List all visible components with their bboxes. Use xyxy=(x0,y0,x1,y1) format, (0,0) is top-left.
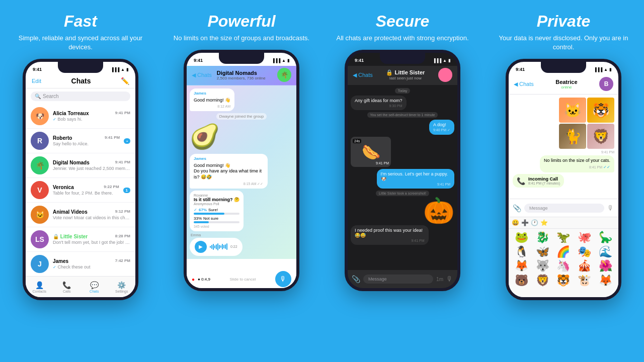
message-time: 9:40 PM ✓ xyxy=(433,128,450,132)
sticker-item[interactable]: 🐻 xyxy=(512,274,532,287)
list-item[interactable]: LS 🔒 Little Sister 8:28 PM Don't tell mo… xyxy=(26,227,135,252)
sticker-tab-star[interactable]: ⭐ xyxy=(540,219,548,226)
sticker-tab-recent[interactable]: 🕐 xyxy=(531,219,538,226)
list-item[interactable]: V Veronica 9:22 PM Table for four, 2 PM.… xyxy=(26,178,135,203)
tab-settings[interactable]: ⚙️ Settings xyxy=(108,281,136,293)
wave-bar xyxy=(210,246,211,248)
sticker-tabs: 😀 ➕ 🕐 ⭐ xyxy=(509,217,618,229)
mic-button[interactable]: 🎙 xyxy=(275,271,291,287)
status-time: 9:41 xyxy=(33,67,42,72)
dark-chat-background: Today Any gift ideas for mom? 9:30 PM Yo… xyxy=(348,85,457,248)
poll-bubble: Roxanne Is it still morning? 🤔 Anonymous… xyxy=(190,191,244,231)
status-icons: ▐▐▐ ▲ ▮ xyxy=(433,58,450,63)
day-label: Today xyxy=(395,88,411,94)
secure-chat-header: ◀ Chats 🔒 Little Sister last seen just n… xyxy=(348,66,457,85)
sticker-item[interactable]: 🦄 xyxy=(553,259,574,273)
chat-background: James Good morning! 👋 8:12 AM Dwayne joi… xyxy=(187,85,296,259)
list-item[interactable]: R Roberto 9:41 PM Say hello to Alice. • xyxy=(26,129,135,153)
call-bubble: 📞 Incoming Call 8:41 PM (7 minutes) xyxy=(513,174,564,188)
list-item[interactable]: 🐱 Animal Videos 9:12 PM Vote now! Moar c… xyxy=(26,203,135,227)
audio-message-container: Emma ▶ xyxy=(190,233,293,256)
tab-calls[interactable]: 📞 Calls xyxy=(53,281,81,293)
sticker-item[interactable]: 🐙 xyxy=(575,231,595,244)
battery-icon: ▮ xyxy=(126,67,128,72)
system-message: You set the self-destruct timer to 1 min… xyxy=(367,112,438,118)
unread-badge: • xyxy=(124,138,130,144)
sticker-item[interactable]: 🌊 xyxy=(595,245,615,258)
photo-cell xyxy=(559,124,586,149)
chat-header: ◀ Chats Beatrice online B xyxy=(509,75,618,95)
chat-preview: ✓ Check these out xyxy=(53,264,130,269)
poll-label: Not sure xyxy=(203,216,218,221)
message-bubble: A dog! 9:40 PM ✓ xyxy=(429,120,454,135)
edit-button[interactable]: Edit xyxy=(32,78,41,84)
tab-contacts[interactable]: 👤 Contacts xyxy=(26,281,53,293)
sticker-item[interactable]: 🐯 xyxy=(553,274,574,287)
wave-bar xyxy=(226,243,227,250)
attachment-icon[interactable]: 📎 xyxy=(513,204,521,212)
sticker-item[interactable]: 🐺 xyxy=(533,259,553,273)
photo-cell xyxy=(559,98,586,123)
message-input[interactable]: Message xyxy=(363,275,433,284)
contact-avatar xyxy=(438,68,452,82)
message-bubble: I'm serious. Let's get her a puppy. 🐶 9:… xyxy=(377,169,455,189)
sticker-item[interactable]: 🎪 xyxy=(575,259,595,273)
system-message: Little Sister took a screenshot! xyxy=(376,191,429,196)
message-placeholder: Message xyxy=(529,206,548,211)
sticker-item[interactable]: 🐉 xyxy=(533,231,553,244)
call-label: Incoming Call xyxy=(528,176,560,182)
waveform xyxy=(210,243,227,251)
wifi-icon: ▲ xyxy=(443,58,447,63)
sticker-item[interactable]: 🐮 xyxy=(575,274,595,287)
call-info: Incoming Call 8:41 PM (7 minutes) xyxy=(528,176,560,185)
chat-name-text: James xyxy=(53,258,68,264)
sticker-tab-plus[interactable]: ➕ xyxy=(521,219,529,226)
compose-icon[interactable]: ✏️ xyxy=(121,77,129,85)
sticker-item[interactable]: 🦁 xyxy=(533,274,553,287)
status-icons: ▐▐▐ ▲ ▮ xyxy=(594,67,611,72)
back-button[interactable]: ◀ Chats xyxy=(353,72,373,78)
chat-info: Alicia Torreaux 9:41 PM ✓ Bob says hi. xyxy=(53,111,130,122)
message-bubble: No limits on the size of your cats. 8:41… xyxy=(540,155,614,172)
wave-bar xyxy=(223,245,224,248)
sticker-item[interactable]: 🦊 xyxy=(595,274,615,287)
sticker-tab-emoji[interactable]: 😀 xyxy=(512,219,519,226)
sticker-item[interactable]: 🐸 xyxy=(512,231,532,244)
list-item[interactable]: 🐶 Alicia Torreaux 9:41 PM ✓ Bob says hi. xyxy=(26,104,135,129)
search-bar[interactable]: 🔍 Search xyxy=(31,92,130,101)
back-button[interactable]: ◀ Chats xyxy=(514,81,534,87)
chat-time: 9:41 PM xyxy=(115,160,130,165)
mic-icon[interactable]: 🎙 xyxy=(607,204,614,212)
avatar: R xyxy=(31,132,49,150)
message-time: 8:12 AM xyxy=(194,104,230,109)
photo-cell xyxy=(587,124,614,149)
sticker-item[interactable]: 🦊 xyxy=(512,259,532,273)
sticker-item[interactable]: 🎭 xyxy=(575,245,595,258)
chat-area: 9:41 PM No limits on the size of your ca… xyxy=(509,95,618,191)
message-input-area: 📎 Message 🎙 xyxy=(509,199,618,217)
back-button[interactable]: ◀ Chats xyxy=(192,72,212,78)
list-item[interactable]: 🌴 Digital Nomads 9:41 PM Jennie: We just… xyxy=(26,153,135,178)
sticker-item[interactable]: 🦋 xyxy=(533,245,553,258)
message-bubble: James Good morning! 👋Do you have any ide… xyxy=(190,154,268,189)
message-input[interactable]: Message xyxy=(524,204,604,213)
chat-time: 9:41 PM xyxy=(105,135,120,141)
settings-icon: ⚙️ xyxy=(117,281,126,289)
sticker-item[interactable]: 🦕 xyxy=(595,231,615,244)
message-bubble: I needed proof this was your idea! 😂😅 9:… xyxy=(351,225,429,245)
list-item[interactable]: J James 7:42 PM ✓ Check these out xyxy=(26,252,135,277)
sticker-item[interactable]: 🦖 xyxy=(553,231,574,244)
tab-chats-label: Chats xyxy=(90,290,99,293)
attachment-icon[interactable]: 📎 xyxy=(352,275,360,283)
message-bubble: Any gift ideas for mom? 9:30 PM xyxy=(351,96,407,110)
message-text: No limits on the size of your cats. xyxy=(544,158,610,164)
mic-icon[interactable]: 🎙 xyxy=(446,275,453,283)
chats-title: Chats xyxy=(71,77,91,85)
sticker-item[interactable]: 🌺 xyxy=(595,259,615,273)
chat-info: James 7:42 PM ✓ Check these out xyxy=(53,258,130,269)
tab-chats[interactable]: 💬 Chats xyxy=(80,281,108,293)
group-meta: 2,503 members, 736 online xyxy=(217,76,274,80)
play-button[interactable]: ▶ xyxy=(195,241,207,253)
sticker-item[interactable]: 🌈 xyxy=(553,245,574,258)
sticker-item[interactable]: 🐧 xyxy=(512,245,532,258)
